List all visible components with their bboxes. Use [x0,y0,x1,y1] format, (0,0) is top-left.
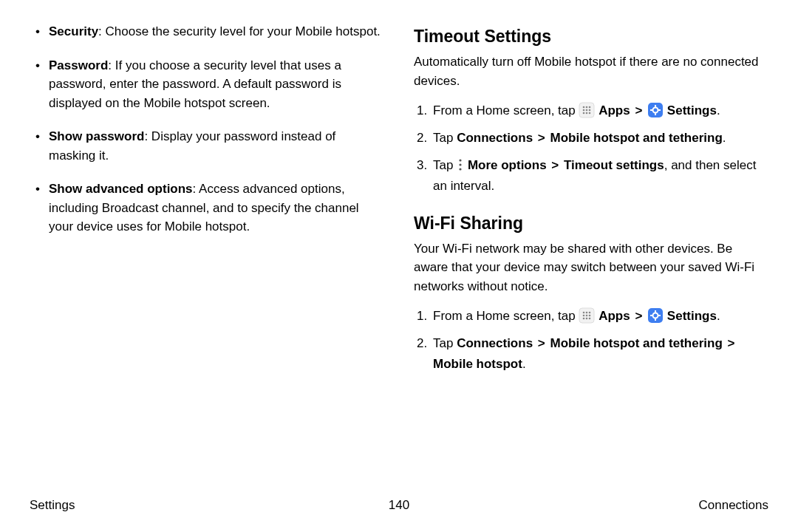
more-options-icon [457,157,464,173]
footer-left: Settings [30,498,75,513]
svg-rect-29 [655,310,656,313]
settings-label: Settings [667,103,717,117]
svg-point-15 [460,159,462,161]
svg-point-27 [589,317,591,319]
step-item: Tap Connections > Mobile hotspot and tet… [433,333,768,373]
step-item: Tap Connections > Mobile hotspot and tet… [433,128,768,148]
apps-icon [579,307,595,324]
chevron-icon: > [635,309,642,323]
step-text: Tap [433,158,457,172]
svg-point-17 [460,168,462,170]
step-bold: Mobile hotspot [433,357,522,371]
svg-point-1 [583,106,585,108]
svg-point-16 [460,163,462,166]
list-item: Show advanced options: Access advanced o… [49,180,384,236]
footer-page-number: 140 [389,498,409,513]
desc-timeout: Automatically turn off Mobile hotspot if… [414,52,768,90]
svg-point-19 [583,311,585,313]
svg-point-8 [586,112,588,114]
svg-point-9 [589,112,591,114]
chevron-icon: > [538,131,545,145]
chevron-icon: > [551,158,559,172]
svg-point-3 [589,106,591,108]
svg-point-22 [583,314,585,316]
heading-timeout-settings: Timeout Settings [414,27,768,47]
item-bold: Show password [49,129,144,143]
svg-point-20 [586,311,588,313]
step-item: From a Home screen, tap Apps > Settings. [433,100,768,120]
period: . [717,103,720,117]
step-bold: Timeout settings [564,158,664,172]
step-bold: Connections [457,336,533,350]
apps-label: Apps [598,103,630,117]
page-footer: Settings 140 Connections [30,498,768,513]
svg-point-26 [586,317,588,319]
settings-icon [647,102,664,118]
desc-wifi: Your Wi-Fi network may be shared with ot… [414,239,768,296]
steps-timeout: From a Home screen, tap Apps > Settings.… [414,100,768,196]
svg-rect-11 [655,105,656,107]
period: . [717,309,720,323]
item-bold: Password [49,58,108,72]
chevron-icon: > [635,103,642,117]
steps-wifi: From a Home screen, tap Apps > Settings.… [414,306,768,374]
step-text: From a Home screen, tap [433,309,579,323]
step-text: From a Home screen, tap [433,103,579,117]
period: . [522,357,526,371]
footer-right: Connections [698,498,768,513]
settings-label: Settings [667,309,717,323]
heading-wifi-sharing: Wi-Fi Sharing [414,214,768,233]
chevron-icon: > [728,336,735,350]
step-item: From a Home screen, tap Apps > Settings. [433,306,768,326]
svg-rect-14 [658,109,661,111]
step-item: Tap More options > Timeout settings, and… [433,155,768,195]
svg-rect-12 [655,113,656,115]
svg-point-6 [589,109,591,111]
step-bold: Mobile hotspot and tethering [550,131,723,145]
step-bold: Mobile hotspot and tethering [550,336,723,350]
step-text: Tap [433,131,457,145]
list-item: Show password: Display your password ins… [49,127,384,165]
step-text: Tap [433,336,457,350]
svg-point-24 [589,314,591,316]
svg-point-4 [583,109,585,111]
svg-point-25 [583,317,585,319]
period: . [723,131,726,145]
left-bullet-list: Security: Choose the security level for … [30,22,384,236]
svg-rect-30 [655,318,656,321]
chevron-icon: > [538,336,545,350]
apps-icon [579,102,595,118]
step-bold: More options [468,158,547,172]
item-text: : Choose the security level for your Mob… [98,24,381,38]
settings-icon [647,307,664,324]
svg-rect-32 [658,315,661,316]
svg-point-5 [586,109,588,111]
item-bold: Security [49,24,98,38]
svg-point-21 [589,311,591,313]
list-item: Password: If you choose a security level… [49,56,384,113]
apps-label: Apps [598,309,630,323]
svg-point-2 [586,106,588,108]
svg-point-23 [586,314,588,316]
item-bold: Show advanced options [49,182,193,196]
svg-rect-31 [650,315,652,316]
svg-rect-13 [650,109,652,111]
list-item: Security: Choose the security level for … [49,22,384,41]
step-bold: Connections [457,131,533,145]
svg-point-7 [583,112,585,114]
